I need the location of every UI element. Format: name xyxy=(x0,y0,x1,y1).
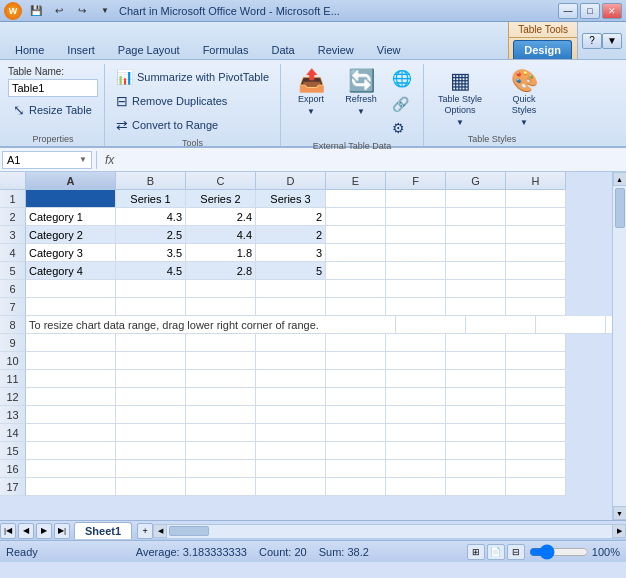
cell-D13[interactable] xyxy=(256,406,326,424)
cell-G10[interactable] xyxy=(446,352,506,370)
cell-c5[interactable]: 2.8 xyxy=(186,262,256,280)
cell-G14[interactable] xyxy=(446,424,506,442)
cell-a1[interactable] xyxy=(26,190,116,208)
cell-b5[interactable]: 4.5 xyxy=(116,262,186,280)
cell-b3[interactable]: 2.5 xyxy=(116,226,186,244)
cell-A6[interactable] xyxy=(26,280,116,298)
cell-E10[interactable] xyxy=(326,352,386,370)
cell-F9[interactable] xyxy=(386,334,446,352)
row-header-17[interactable]: 17 xyxy=(0,478,26,496)
cell-H10[interactable] xyxy=(506,352,566,370)
cell-F16[interactable] xyxy=(386,460,446,478)
name-box[interactable]: A1 ▼ xyxy=(2,151,92,169)
cell-c4[interactable]: 1.8 xyxy=(186,244,256,262)
cell-A12[interactable] xyxy=(26,388,116,406)
tab-data[interactable]: Data xyxy=(260,40,305,59)
prev-sheet-button[interactable]: ◀ xyxy=(18,523,34,539)
cell-D14[interactable] xyxy=(256,424,326,442)
normal-view-button[interactable]: ⊞ xyxy=(467,544,485,560)
add-sheet-button[interactable]: + xyxy=(137,523,153,539)
cell-H9[interactable] xyxy=(506,334,566,352)
cell-G9[interactable] xyxy=(446,334,506,352)
row-header-8[interactable]: 8 xyxy=(0,316,26,334)
undo-button[interactable]: ↩ xyxy=(49,2,69,20)
cell-a4[interactable]: Category 3 xyxy=(26,244,116,262)
cell-A11[interactable] xyxy=(26,370,116,388)
cell-d4[interactable]: 3 xyxy=(256,244,326,262)
sheet-tab-sheet1[interactable]: Sheet1 xyxy=(74,522,132,539)
cell-C12[interactable] xyxy=(186,388,256,406)
next-sheet-button[interactable]: ▶ xyxy=(36,523,52,539)
col-header-h[interactable]: H xyxy=(506,172,566,190)
ribbon-minimize-button[interactable]: ▼ xyxy=(602,33,622,49)
cell-a2[interactable]: Category 1 xyxy=(26,208,116,226)
close-button[interactable]: ✕ xyxy=(602,3,622,19)
first-sheet-button[interactable]: |◀ xyxy=(0,523,16,539)
cell-a5[interactable]: Category 4 xyxy=(26,262,116,280)
cell-H11[interactable] xyxy=(506,370,566,388)
cell-A7[interactable] xyxy=(26,298,116,316)
cell-f5[interactable] xyxy=(386,262,446,280)
tab-formulas[interactable]: Formulas xyxy=(192,40,260,59)
cell-F7[interactable] xyxy=(386,298,446,316)
row-header-7[interactable]: 7 xyxy=(0,298,26,316)
cell-h1[interactable] xyxy=(506,190,566,208)
page-layout-view-button[interactable]: 📄 xyxy=(487,544,505,560)
cell-C17[interactable] xyxy=(186,478,256,496)
scroll-up-button[interactable]: ▲ xyxy=(613,172,627,186)
cell-h3[interactable] xyxy=(506,226,566,244)
cell-H6[interactable] xyxy=(506,280,566,298)
cell-g3[interactable] xyxy=(446,226,506,244)
cell-C16[interactable] xyxy=(186,460,256,478)
cell-E6[interactable] xyxy=(326,280,386,298)
cell-C14[interactable] xyxy=(186,424,256,442)
cell-B9[interactable] xyxy=(116,334,186,352)
save-button[interactable]: 💾 xyxy=(26,2,46,20)
col-header-f[interactable]: F xyxy=(386,172,446,190)
row-header-10[interactable]: 10 xyxy=(0,352,26,370)
cell-b4[interactable]: 3.5 xyxy=(116,244,186,262)
cell-D12[interactable] xyxy=(256,388,326,406)
summarize-pivot-button[interactable]: 📊 Summarize with PivotTable xyxy=(111,66,274,88)
cell-d3[interactable]: 2 xyxy=(256,226,326,244)
cell-E11[interactable] xyxy=(326,370,386,388)
row-header-12[interactable]: 12 xyxy=(0,388,26,406)
cell-f4[interactable] xyxy=(386,244,446,262)
table-style-options-button[interactable]: ▦ Table Style Options ▼ xyxy=(430,66,490,131)
cell-e1[interactable] xyxy=(326,190,386,208)
cell-B12[interactable] xyxy=(116,388,186,406)
table-name-input[interactable] xyxy=(8,79,98,97)
cell-G12[interactable] xyxy=(446,388,506,406)
resize-table-button[interactable]: ⤡ Resize Table xyxy=(8,99,97,121)
unlink-button[interactable]: 🔗 xyxy=(387,93,417,115)
cell-A14[interactable] xyxy=(26,424,116,442)
cell-A10[interactable] xyxy=(26,352,116,370)
cell-C7[interactable] xyxy=(186,298,256,316)
scroll-right-button[interactable]: ▶ xyxy=(612,524,626,538)
cell-C8[interactable] xyxy=(466,316,536,334)
cell-g4[interactable] xyxy=(446,244,506,262)
row-header-15[interactable]: 15 xyxy=(0,442,26,460)
cell-A15[interactable] xyxy=(26,442,116,460)
cell-H13[interactable] xyxy=(506,406,566,424)
cell-B13[interactable] xyxy=(116,406,186,424)
cell-D15[interactable] xyxy=(256,442,326,460)
cell-e5[interactable] xyxy=(326,262,386,280)
formula-input[interactable] xyxy=(118,151,624,169)
h-scroll-thumb[interactable] xyxy=(169,526,209,536)
cell-d5[interactable]: 5 xyxy=(256,262,326,280)
cell-C9[interactable] xyxy=(186,334,256,352)
cell-b1[interactable]: Series 1 xyxy=(116,190,186,208)
cell-A9[interactable] xyxy=(26,334,116,352)
cell-h2[interactable] xyxy=(506,208,566,226)
cell-e2[interactable] xyxy=(326,208,386,226)
export-button[interactable]: 📤 Export ▼ xyxy=(287,66,335,120)
cell-F14[interactable] xyxy=(386,424,446,442)
cell-E13[interactable] xyxy=(326,406,386,424)
tab-review[interactable]: Review xyxy=(307,40,365,59)
tab-page-layout[interactable]: Page Layout xyxy=(107,40,191,59)
row-header-14[interactable]: 14 xyxy=(0,424,26,442)
cell-B17[interactable] xyxy=(116,478,186,496)
row-header-3[interactable]: 3 xyxy=(0,226,26,244)
cell-g5[interactable] xyxy=(446,262,506,280)
